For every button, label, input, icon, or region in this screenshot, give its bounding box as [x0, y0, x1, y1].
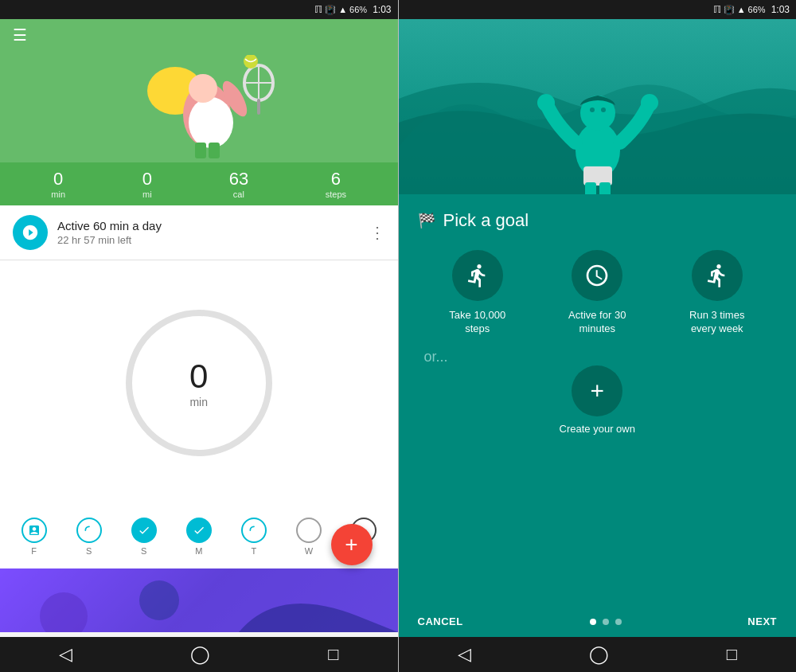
day-item-w: W: [296, 518, 322, 556]
teal-illustration: [399, 19, 797, 194]
goal-text: Active 60 min a day 22 hr 57 min left: [57, 219, 369, 246]
run-icon-circle: [692, 250, 743, 301]
active-icon-circle: [572, 250, 622, 301]
home-icon[interactable]: ◯: [190, 644, 210, 665]
day-circle-t1: [241, 518, 267, 543]
dot-2: [603, 619, 609, 625]
svg-point-20: [601, 107, 606, 112]
pick-goal-section: 🏁 Pick a goal Take 10,000 steps: [399, 194, 797, 606]
fab-button[interactable]: +: [331, 524, 373, 565]
plus-circle: +: [572, 365, 622, 416]
goal-option-steps[interactable]: Take 10,000 steps: [438, 250, 517, 336]
steps-icon-circle: [452, 250, 503, 301]
fab-plus-icon: +: [345, 532, 357, 557]
or-text: or...: [424, 349, 448, 365]
day-item-s2: S: [131, 518, 157, 556]
header-top: ☰: [0, 19, 398, 51]
right-nav-bar: ◁ ◯ □: [399, 637, 797, 672]
stats-bar: 0 min 0 mi 63 cal 6 steps: [0, 162, 398, 205]
tennis-illustration: [111, 55, 287, 158]
svg-point-3: [189, 74, 217, 103]
signal-icon-right: ▲: [737, 5, 746, 14]
day-label-f: F: [31, 546, 37, 556]
bt-icon-right: ℿ: [713, 4, 721, 15]
day-circle-f: [21, 518, 47, 543]
svg-point-2: [189, 97, 233, 148]
day-circle-s2: [131, 518, 157, 543]
svg-rect-25: [599, 182, 611, 194]
goal-subtitle: 22 hr 57 min left: [57, 234, 369, 246]
svg-rect-11: [209, 143, 220, 158]
right-header-illustration: [399, 19, 797, 194]
dot-3: [615, 619, 622, 625]
goal-title: Active 60 min a day: [57, 219, 369, 232]
cancel-button[interactable]: CANCEL: [418, 615, 463, 627]
right-home-icon[interactable]: ◯: [589, 644, 609, 665]
day-circle-s1: [76, 518, 102, 543]
svg-point-21: [537, 94, 555, 111]
left-header: ☰: [0, 19, 398, 162]
stat-mi: 0 mi: [142, 169, 152, 199]
plus-icon: +: [590, 377, 604, 404]
svg-point-19: [590, 107, 595, 112]
day-circle-w: [296, 518, 322, 543]
create-own-label: Create your own: [560, 423, 635, 435]
goal-option-active[interactable]: Active for 30 minutes: [557, 250, 637, 336]
svg-point-15: [139, 580, 179, 620]
day-label-s1: S: [86, 546, 92, 556]
time-left: 1:03: [373, 4, 391, 15]
active-option-label: Active for 30 minutes: [557, 309, 637, 336]
right-recents-icon[interactable]: □: [727, 644, 737, 665]
bottom-cards: [0, 568, 398, 632]
create-own-section[interactable]: + Create your own: [418, 365, 778, 435]
battery-level: 66%: [349, 5, 367, 14]
stat-min: 0 min: [51, 169, 65, 199]
goal-icon-circle: [13, 215, 48, 250]
left-phone-panel: ℿ 📳 ▲ 66% 1:03 ☰: [0, 0, 398, 672]
ring-center: 0 min: [189, 357, 208, 408]
ring-unit: min: [189, 396, 208, 408]
page-dots: [590, 619, 622, 625]
stat-steps: 6 steps: [326, 169, 346, 199]
goal-card: Active 60 min a day 22 hr 57 min left ⋮: [0, 205, 398, 260]
svg-rect-24: [585, 182, 596, 194]
time-right: 1:03: [771, 4, 790, 15]
svg-rect-8: [257, 99, 260, 115]
dot-1: [590, 619, 596, 625]
back-icon[interactable]: ◁: [59, 644, 72, 665]
svg-rect-10: [195, 143, 206, 158]
right-bottom-nav: CANCEL NEXT: [399, 606, 797, 637]
goal-options: Take 10,000 steps Active for 30 minutes: [418, 250, 778, 336]
next-button[interactable]: NEXT: [747, 615, 777, 627]
recents-icon[interactable]: □: [328, 644, 338, 665]
steps-option-label: Take 10,000 steps: [438, 309, 517, 336]
day-label-m: M: [195, 546, 202, 556]
flag-icon: 🏁: [418, 212, 435, 229]
right-back-icon[interactable]: ◁: [458, 644, 471, 665]
or-section: or...: [418, 349, 778, 365]
signal-icon: ▲: [338, 5, 347, 14]
day-item-t1: T: [241, 518, 267, 556]
day-item-f: F: [21, 518, 47, 556]
ring-value: 0: [189, 357, 208, 396]
header-illustration: [0, 51, 398, 162]
stat-cal: 63 cal: [229, 169, 248, 199]
goal-option-run[interactable]: Run 3 times every week: [677, 250, 757, 336]
day-circle-m: [186, 518, 212, 543]
progress-area: 0 min: [0, 260, 398, 505]
vibrate-icon: 📳: [325, 5, 336, 15]
day-item-s1: S: [76, 518, 102, 556]
day-label-s2: S: [141, 546, 146, 556]
svg-point-22: [641, 94, 658, 111]
hamburger-icon[interactable]: ☰: [13, 25, 27, 45]
left-status-bar: ℿ 📳 ▲ 66% 1:03: [0, 0, 398, 19]
right-status-bar: ℿ 📳 ▲ 66% 1:03: [399, 0, 797, 19]
day-label-w: W: [305, 546, 313, 556]
right-phone-panel: ℿ 📳 ▲ 66% 1:03: [399, 0, 797, 672]
ring-container: 0 min: [119, 303, 279, 463]
more-icon[interactable]: ⋮: [369, 223, 385, 242]
bluetooth-icon: ℿ: [314, 4, 322, 15]
pick-goal-title: Pick a goal: [443, 210, 529, 231]
day-item-m: M: [186, 518, 212, 556]
pick-goal-header: 🏁 Pick a goal: [418, 210, 778, 231]
